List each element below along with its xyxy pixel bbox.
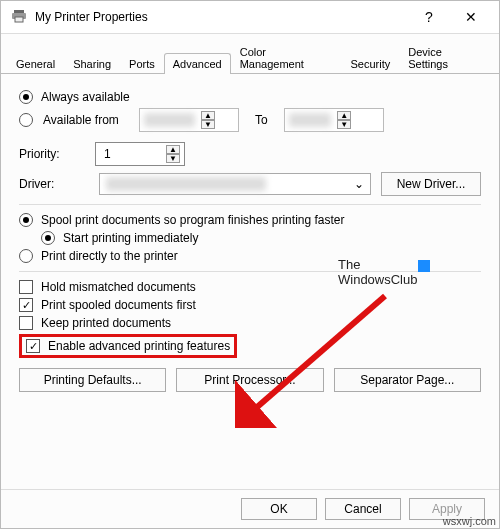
new-driver-button[interactable]: New Driver... (381, 172, 481, 196)
driver-label: Driver: (19, 177, 89, 191)
help-button[interactable]: ? (409, 7, 449, 27)
radio-spool[interactable]: Spool print documents so program finishe… (19, 213, 481, 227)
radio-label: Available from (43, 113, 129, 127)
checkbox-label: Hold mismatched documents (41, 280, 196, 294)
radio-print-direct[interactable]: Print directly to the printer (19, 249, 481, 263)
tab-advanced[interactable]: Advanced (164, 53, 231, 74)
priority-input[interactable]: 1 ▲▼ (95, 142, 185, 166)
tab-general[interactable]: General (7, 53, 64, 74)
tab-content-advanced: Always available Available from ██████ ▲… (1, 74, 499, 489)
checkbox-indicator (19, 298, 33, 312)
tab-device-settings[interactable]: Device Settings (399, 41, 493, 74)
radio-label: Spool print documents so program finishe… (41, 213, 345, 227)
radio-label: Always available (41, 90, 130, 104)
tab-sharing[interactable]: Sharing (64, 53, 120, 74)
print-processor-button[interactable]: Print Processor... (176, 368, 323, 392)
priority-value: 1 (104, 147, 111, 161)
close-button[interactable]: ✕ (451, 7, 491, 27)
titlebar: My Printer Properties ? ✕ (1, 1, 499, 34)
tab-color-management[interactable]: Color Management (231, 41, 342, 74)
checkbox-indicator (19, 280, 33, 294)
tab-security[interactable]: Security (341, 53, 399, 74)
time-from-input[interactable]: ██████ ▲▼ (139, 108, 239, 132)
check-print-spooled-first[interactable]: Print spooled documents first (19, 298, 481, 312)
checkbox-label: Print spooled documents first (41, 298, 196, 312)
divider (19, 204, 481, 205)
priority-label: Priority: (19, 147, 89, 161)
svg-rect-2 (15, 17, 23, 22)
spinner-icon[interactable]: ▲▼ (337, 111, 351, 129)
time-to-input[interactable]: █████ ▲▼ (284, 108, 384, 132)
checkbox-label: Keep printed documents (41, 316, 171, 330)
tab-ports[interactable]: Ports (120, 53, 164, 74)
radio-indicator (41, 231, 55, 245)
tab-strip: General Sharing Ports Advanced Color Man… (1, 34, 499, 74)
radio-indicator (19, 249, 33, 263)
printer-icon (11, 8, 27, 27)
svg-rect-0 (14, 10, 24, 13)
cancel-button[interactable]: Cancel (325, 498, 401, 520)
checkbox-label: Enable advanced printing features (48, 339, 230, 353)
radio-available-from[interactable]: Available from ██████ ▲▼ To █████ ▲▼ (19, 108, 481, 132)
checkbox-indicator (26, 339, 40, 353)
radio-indicator (19, 90, 33, 104)
highlighted-option: Enable advanced printing features (19, 334, 237, 358)
ok-button[interactable]: OK (241, 498, 317, 520)
dialog-footer: OK Cancel Apply (1, 489, 499, 528)
window-title: My Printer Properties (35, 10, 148, 24)
radio-indicator (19, 213, 33, 227)
checkbox-indicator (19, 316, 33, 330)
radio-always-available[interactable]: Always available (19, 90, 481, 104)
divider (19, 271, 481, 272)
check-keep-printed[interactable]: Keep printed documents (19, 316, 481, 330)
separator-page-button[interactable]: Separator Page... (334, 368, 481, 392)
printing-defaults-button[interactable]: Printing Defaults... (19, 368, 166, 392)
spinner-icon[interactable]: ▲▼ (201, 111, 215, 129)
radio-indicator (19, 113, 33, 127)
radio-label: Start printing immediately (63, 231, 198, 245)
check-hold-mismatched[interactable]: Hold mismatched documents (19, 280, 481, 294)
check-enable-advanced[interactable]: Enable advanced printing features (26, 339, 230, 353)
radio-start-immediately[interactable]: Start printing immediately (41, 231, 481, 245)
printer-properties-window: My Printer Properties ? ✕ General Sharin… (0, 0, 500, 529)
radio-label: Print directly to the printer (41, 249, 178, 263)
to-label: To (255, 113, 268, 127)
driver-combo[interactable]: ████████████████ ⌄ (99, 173, 371, 195)
spinner-icon[interactable]: ▲▼ (166, 145, 180, 163)
chevron-down-icon: ⌄ (354, 177, 364, 191)
apply-button[interactable]: Apply (409, 498, 485, 520)
